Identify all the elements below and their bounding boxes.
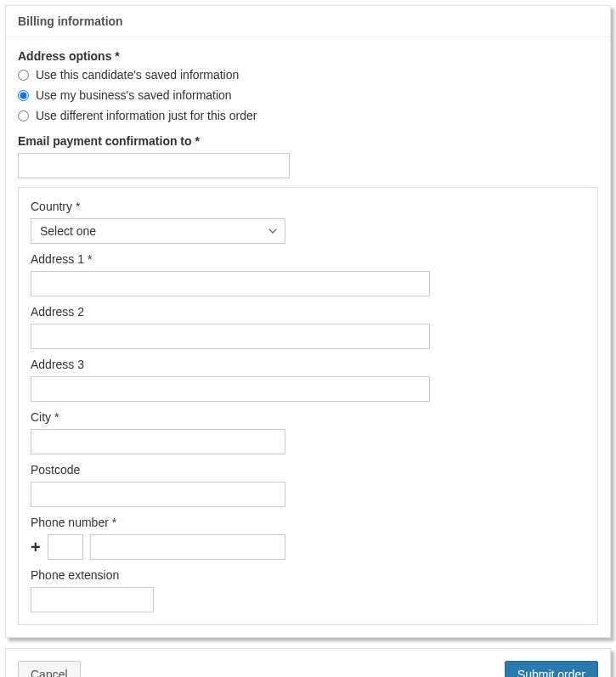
address1-input[interactable] <box>31 271 430 296</box>
phone-ext-field: Phone extension <box>31 568 585 612</box>
radio-candidate-input[interactable] <box>18 70 29 81</box>
panel-title: Billing information <box>6 6 610 37</box>
address-options-label: Address options * <box>18 49 598 63</box>
address-options-group: Address options * Use this candidate's s… <box>18 49 598 122</box>
address1-label: Address 1 * <box>31 252 585 266</box>
address-box: Country * Select one Address 1 * Address… <box>18 187 598 625</box>
address3-input[interactable] <box>31 376 430 402</box>
city-input[interactable] <box>31 429 285 454</box>
postcode-input[interactable] <box>31 482 285 507</box>
button-bar: Cancel Submit order <box>5 648 611 677</box>
country-label: Country * <box>31 200 585 213</box>
address2-field: Address 2 <box>31 305 585 349</box>
plus-icon: + <box>31 534 41 560</box>
email-confirmation-label: Email payment confirmation to * <box>18 134 598 148</box>
phone-field: Phone number * + <box>31 516 585 560</box>
billing-panel: Billing information Address options * Us… <box>5 5 611 638</box>
radio-different-input[interactable] <box>18 110 29 121</box>
phone-label: Phone number * <box>31 516 585 529</box>
phone-cc-input[interactable] <box>48 534 83 560</box>
country-select-wrapper: Select one <box>31 218 285 244</box>
radio-option-different[interactable]: Use different information just for this … <box>18 109 598 122</box>
city-label: City * <box>31 410 585 424</box>
phone-number-input[interactable] <box>90 534 285 560</box>
submit-order-button[interactable]: Submit order <box>505 661 598 677</box>
radio-option-business[interactable]: Use my business's saved information <box>18 88 598 102</box>
country-select[interactable]: Select one <box>31 218 285 244</box>
address3-label: Address 3 <box>31 358 585 371</box>
address3-field: Address 3 <box>31 358 585 402</box>
phone-row: + <box>31 534 585 560</box>
email-confirmation-input[interactable] <box>18 153 290 178</box>
radio-business-input[interactable] <box>18 90 29 101</box>
city-field: City * <box>31 410 585 454</box>
cancel-button[interactable]: Cancel <box>18 661 81 677</box>
radio-different-label: Use different information just for this … <box>36 109 257 122</box>
address1-field: Address 1 * <box>31 252 585 296</box>
postcode-label: Postcode <box>31 463 585 477</box>
email-confirmation-group: Email payment confirmation to * <box>18 134 598 178</box>
panel-body: Address options * Use this candidate's s… <box>6 37 610 637</box>
radio-candidate-label: Use this candidate's saved information <box>36 68 239 82</box>
radio-business-label: Use my business's saved information <box>36 88 232 102</box>
country-field: Country * Select one <box>31 200 585 244</box>
phone-ext-input[interactable] <box>31 587 154 612</box>
postcode-field: Postcode <box>31 463 585 507</box>
phone-ext-label: Phone extension <box>31 568 585 582</box>
address2-label: Address 2 <box>31 305 585 319</box>
address2-input[interactable] <box>31 324 430 349</box>
radio-option-candidate[interactable]: Use this candidate's saved information <box>18 68 598 82</box>
